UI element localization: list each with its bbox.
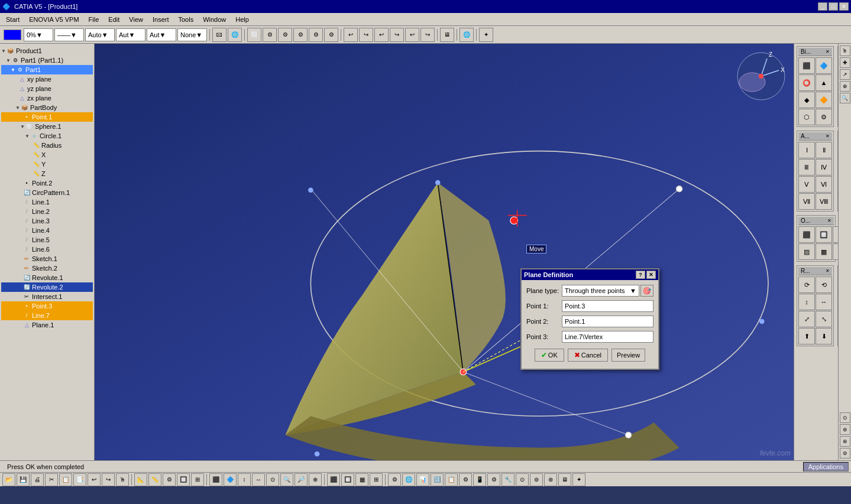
rtb-a1-5[interactable]: Ⅴ <box>798 176 815 193</box>
menu-enovia[interactable]: ENOVIA V5 VPM <box>24 15 83 24</box>
menu-tools[interactable]: Tools <box>173 15 198 24</box>
tree-item-product1[interactable]: ▼ 📦 Product1 <box>1 46 93 56</box>
tb-btn-10[interactable]: ↪ <box>390 28 404 42</box>
btb-10[interactable]: 📐 <box>134 473 147 486</box>
tb-btn-5[interactable]: ⚙ <box>278 28 292 42</box>
tree-item-partbody[interactable]: ▼ 📦 PartBody <box>1 103 93 112</box>
tb-btn-9[interactable]: ↩ <box>374 28 389 42</box>
frb-3[interactable]: ↗ <box>840 69 850 80</box>
point3-input[interactable] <box>562 331 653 343</box>
rtb-bi-7[interactable]: ⬡ <box>798 109 815 125</box>
tree-item-circpattern[interactable]: 🔄 CircPattern.1 <box>1 188 93 197</box>
tb-undo[interactable]: ↩ <box>344 28 358 42</box>
rtb-o-3[interactable]: ▦ <box>833 226 838 243</box>
btb-40[interactable]: ✦ <box>572 473 585 486</box>
rtb-r-5[interactable]: ⤢ <box>798 311 815 327</box>
rtb-a1-7[interactable]: Ⅶ <box>798 193 815 210</box>
toolbar-o-close[interactable]: ✕ <box>827 218 831 223</box>
btb-1[interactable]: 📂 <box>2 473 15 486</box>
frb-8[interactable]: ⊛ <box>840 436 850 447</box>
rtb-bi-5[interactable]: ◆ <box>798 92 815 108</box>
color-picker[interactable] <box>4 30 21 40</box>
tree-item-line3[interactable]: / Line.3 <box>1 216 93 226</box>
btb-9[interactable]: 🖱 <box>116 473 129 486</box>
rtb-o-1[interactable]: ⬛ <box>798 226 815 243</box>
btb-3[interactable]: 🖨 <box>31 473 44 486</box>
btb-20[interactable]: 🔍 <box>280 473 293 486</box>
tree-item-radius[interactable]: 📏 Radius <box>1 141 93 150</box>
point2-input[interactable] <box>562 316 653 327</box>
tree-item-point3[interactable]: • Point.3 <box>1 301 93 311</box>
btb-4[interactable]: ✂ <box>45 473 58 486</box>
btb-33[interactable]: 📱 <box>473 473 486 486</box>
btb-8[interactable]: ↪ <box>102 473 115 486</box>
minimize-button[interactable]: _ <box>818 2 827 11</box>
btb-11[interactable]: 📏 <box>148 473 161 486</box>
pct-dropdown[interactable]: 0%▼ <box>24 28 53 41</box>
tb-btn-1[interactable]: 🖂 <box>212 28 226 42</box>
rtb-r-8[interactable]: ⬇ <box>816 328 832 344</box>
tb-btn-8[interactable]: ⚙ <box>324 28 338 42</box>
rtb-r-1[interactable]: ⟳ <box>798 277 815 293</box>
dialog-cancel-button[interactable]: ✖ Cancel <box>568 349 608 362</box>
btb-18[interactable]: ↔ <box>252 473 265 486</box>
rtb-a1-3[interactable]: Ⅲ <box>798 159 815 175</box>
rtb-bi-8[interactable]: ⚙ <box>816 109 832 125</box>
rtb-o-7[interactable]: ▪ <box>833 243 838 260</box>
rtb-r-6[interactable]: ⤡ <box>816 311 832 327</box>
menu-help[interactable]: Help <box>231 15 254 24</box>
frb-1[interactable]: 🖱 <box>840 45 850 56</box>
btb-16[interactable]: 🔷 <box>224 473 237 486</box>
tree-item-sphere1[interactable]: ▼ ⚪ Sphere.1 <box>1 122 93 131</box>
menu-insert[interactable]: Insert <box>148 15 174 24</box>
rtb-r-2[interactable]: ⟲ <box>816 277 832 293</box>
tree-item-revolute1[interactable]: 🔄 Revolute.1 <box>1 273 93 282</box>
tree-item-plane1[interactable]: △ Plane.1 <box>1 320 93 330</box>
tree-item-yz-plane[interactable]: △ yz plane <box>1 84 93 93</box>
btb-14[interactable]: ⊞ <box>191 473 204 486</box>
btb-19[interactable]: ⊙ <box>266 473 279 486</box>
dialog-help-button[interactable]: ? <box>636 271 645 279</box>
menu-file[interactable]: File <box>84 15 104 24</box>
tb-btn-12[interactable]: ↪ <box>420 28 435 42</box>
aut1-dropdown[interactable]: Aut▼ <box>116 28 145 41</box>
tree-item-x[interactable]: 📏 X <box>1 150 93 160</box>
tree-item-point2[interactable]: • Point.2 <box>1 178 93 188</box>
btb-22[interactable]: ⊕ <box>309 473 322 486</box>
rtb-r-4[interactable]: ↔ <box>816 294 832 310</box>
rtb-a1-6[interactable]: Ⅵ <box>816 176 832 193</box>
tree-item-intersect1[interactable]: ✂ Intersect.1 <box>1 292 93 301</box>
btb-26[interactable]: ⊞ <box>370 473 383 486</box>
tb-btn-3[interactable]: ⬜ <box>247 28 261 42</box>
dialog-close-button[interactable]: ✕ <box>646 271 656 279</box>
close-button[interactable]: ✕ <box>839 2 849 11</box>
tree-item-circle1[interactable]: ▼ ○ Circle.1 <box>1 131 93 141</box>
rtb-r-7[interactable]: ⬆ <box>798 328 815 344</box>
tree-item-part1[interactable]: ▼ ⚙ Part1 (Part1.1) <box>1 56 93 65</box>
rtb-bi-6[interactable]: 🔶 <box>816 92 832 108</box>
rtb-o-2[interactable]: 🔲 <box>816 226 832 243</box>
dialog-ok-button[interactable]: ✔ OK <box>535 349 564 362</box>
viewport[interactable]: Z X Move Plane Definition ? ✕ <box>95 44 794 460</box>
btb-7[interactable]: ↩ <box>88 473 101 486</box>
btb-23[interactable]: ⬛ <box>327 473 340 486</box>
rtb-a1-1[interactable]: Ⅰ <box>798 142 815 158</box>
tb-btn-6[interactable]: ⚙ <box>293 28 308 42</box>
point1-input[interactable] <box>562 300 653 312</box>
line-style-dropdown[interactable]: ——▼ <box>54 28 84 41</box>
btb-15[interactable]: ⬛ <box>209 473 222 486</box>
tb-redo[interactable]: ↪ <box>359 28 373 42</box>
menu-edit[interactable]: Edit <box>103 15 124 24</box>
tree-item-line5[interactable]: / Line.5 <box>1 235 93 245</box>
btb-32[interactable]: ⚙ <box>459 473 472 486</box>
tree-item-z[interactable]: 📏 Z <box>1 169 93 178</box>
tree-item-part1-inner[interactable]: ▼ ⚙ Part1 <box>1 65 93 74</box>
tree-item-line1[interactable]: / Line.1 <box>1 197 93 207</box>
tree-item-xy-plane[interactable]: △ xy plane <box>1 74 93 84</box>
btb-27[interactable]: ⚙ <box>388 473 401 486</box>
tree-item-line4[interactable]: / Line.4 <box>1 226 93 235</box>
frb-5[interactable]: 🔍 <box>840 93 850 103</box>
btb-13[interactable]: 🔲 <box>177 473 190 486</box>
toolbar-a1-close[interactable]: ✕ <box>826 134 830 139</box>
dialog-preview-button[interactable]: Preview <box>611 349 645 362</box>
